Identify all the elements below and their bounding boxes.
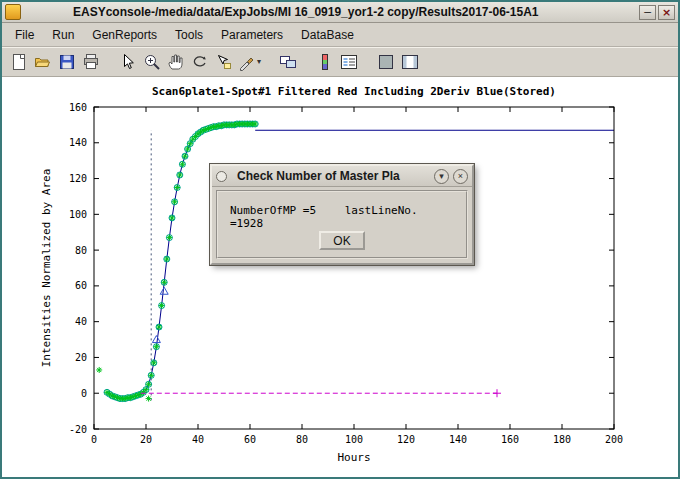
menu-run[interactable]: Run — [43, 24, 83, 46]
svg-text:Intensities Normalized by Area: Intensities Normalized by Area — [40, 169, 53, 368]
pan-button[interactable] — [164, 50, 188, 74]
zoom-in-icon — [143, 53, 161, 71]
edit-plot-button[interactable] — [116, 50, 140, 74]
minimize-button[interactable]: − — [639, 5, 656, 20]
svg-text:80: 80 — [75, 245, 87, 256]
svg-text:160: 160 — [69, 102, 87, 113]
svg-text:100: 100 — [345, 434, 363, 445]
insert-legend-button[interactable] — [337, 50, 361, 74]
brush-data-icon — [238, 53, 256, 71]
open-file-icon — [34, 53, 52, 71]
dialog-body: NumberOfMP =5 lastLineNo. =1928 OK — [216, 190, 468, 259]
new-figure-button[interactable] — [7, 50, 31, 74]
menu-tools[interactable]: Tools — [166, 24, 212, 46]
data-cursor-button[interactable] — [212, 50, 236, 74]
svg-text:60: 60 — [244, 434, 256, 445]
svg-text:140: 140 — [449, 434, 467, 445]
svg-text:160: 160 — [501, 434, 519, 445]
svg-text:0: 0 — [91, 434, 97, 445]
hide-plot-tools-icon — [377, 53, 395, 71]
toolbar: ▾ — [2, 47, 678, 77]
svg-text:40: 40 — [192, 434, 204, 445]
svg-text:Scan6plate1-Spot#1 Filtered Re: Scan6plate1-Spot#1 Filtered Red Includin… — [152, 85, 556, 98]
ok-button[interactable]: OK — [319, 231, 365, 250]
zoom-in-button[interactable] — [140, 50, 164, 74]
rotate-3d-icon — [191, 53, 209, 71]
dialog-title-bar: Check Number of Master Pla ▾ × — [212, 166, 472, 187]
svg-text:100: 100 — [69, 209, 87, 220]
svg-text:0: 0 — [81, 388, 87, 399]
print-figure-button[interactable] — [79, 50, 103, 74]
show-plot-tools-icon — [401, 53, 419, 71]
menu-genreports[interactable]: GenReports — [83, 24, 166, 46]
save-figure-icon — [58, 53, 76, 71]
easyconsole-window: EASYconsole-/media/data/ExpJobs/MI 16_09… — [0, 0, 680, 479]
svg-text:200: 200 — [605, 434, 623, 445]
hide-plot-tools-button[interactable] — [374, 50, 398, 74]
menu-database[interactable]: DataBase — [292, 24, 363, 46]
menu-bar: FileRunGenReportsToolsParametersDataBase — [2, 23, 678, 47]
insert-colorbar-button[interactable] — [313, 50, 337, 74]
check-master-plate-dialog: Check Number of Master Pla ▾ × NumberOfM… — [210, 164, 474, 265]
number-of-mp-value: NumberOfMP =5 — [230, 204, 316, 217]
menu-parameters[interactable]: Parameters — [212, 24, 292, 46]
rotate-3d-button[interactable] — [188, 50, 212, 74]
insert-colorbar-icon — [316, 53, 334, 71]
data-cursor-icon — [215, 53, 233, 71]
brush-data-button[interactable]: ▾ — [236, 50, 263, 74]
dialog-close-button[interactable]: × — [453, 169, 468, 184]
svg-text:140: 140 — [69, 137, 87, 148]
dropdown-arrow-icon: ▾ — [257, 57, 261, 66]
show-plot-tools-button[interactable] — [398, 50, 422, 74]
window-title: EASYconsole-/media/data/ExpJobs/MI 16_09… — [21, 5, 637, 19]
svg-text:20: 20 — [140, 434, 152, 445]
menu-file[interactable]: File — [6, 24, 43, 46]
app-icon — [5, 4, 21, 20]
dialog-collapse-button[interactable]: ▾ — [434, 169, 449, 184]
svg-text:40: 40 — [75, 316, 87, 327]
close-button[interactable]: × — [658, 5, 675, 20]
pan-icon — [167, 53, 185, 71]
dialog-icon — [216, 171, 227, 182]
svg-text:120: 120 — [69, 173, 87, 184]
print-figure-icon — [82, 53, 100, 71]
save-figure-button[interactable] — [55, 50, 79, 74]
link-plot-button[interactable] — [276, 50, 300, 74]
svg-text:60: 60 — [75, 280, 87, 291]
svg-text:Hours: Hours — [337, 451, 370, 464]
dialog-message: NumberOfMP =5 lastLineNo. =1928 — [218, 192, 466, 230]
figure-area: 020406080100120140160180200-200204060801… — [2, 77, 678, 477]
dialog-title: Check Number of Master Pla — [227, 169, 430, 183]
svg-text:120: 120 — [397, 434, 415, 445]
svg-text:80: 80 — [296, 434, 308, 445]
open-file-button[interactable] — [31, 50, 55, 74]
edit-plot-icon — [119, 53, 137, 71]
svg-text:-20: -20 — [69, 424, 87, 435]
svg-text:180: 180 — [553, 434, 571, 445]
insert-legend-icon — [340, 53, 358, 71]
title-bar: EASYconsole-/media/data/ExpJobs/MI 16_09… — [2, 2, 678, 23]
link-plot-icon — [279, 53, 297, 71]
new-figure-icon — [10, 53, 28, 71]
figure-canvas[interactable]: 020406080100120140160180200-200204060801… — [2, 77, 678, 477]
svg-text:20: 20 — [75, 352, 87, 363]
